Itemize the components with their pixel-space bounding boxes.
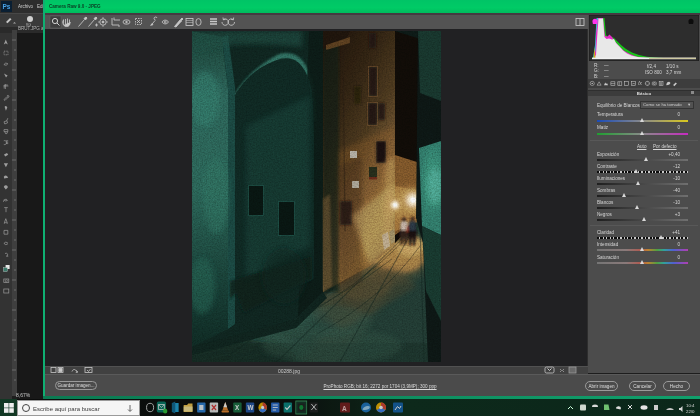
svg-text:Escribe aquí para buscar: Escribe aquí para buscar bbox=[33, 406, 100, 412]
svg-text:RG: RG bbox=[26, 23, 32, 27]
svg-text:fx: fx bbox=[638, 81, 642, 86]
svg-text:10:4: 10:4 bbox=[686, 403, 695, 408]
svg-text:22/0: 22/0 bbox=[686, 409, 695, 414]
